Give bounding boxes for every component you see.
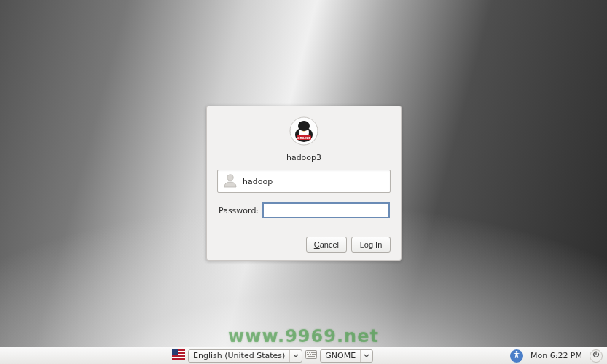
session-selector-label: GNOME xyxy=(321,351,360,360)
svg-point-23 xyxy=(516,351,518,353)
language-selector[interactable]: English (United States) xyxy=(188,349,302,363)
watermark-text: www.9969.net xyxy=(0,326,607,347)
hostname-label: hadoop3 xyxy=(217,153,391,162)
password-label: Password: xyxy=(219,206,259,215)
language-selector-label: English (United States) xyxy=(189,351,289,360)
session-selector[interactable]: GNOME xyxy=(320,349,373,363)
chevron-down-icon xyxy=(360,350,372,362)
svg-rect-21 xyxy=(312,354,316,355)
svg-rect-18 xyxy=(313,352,316,353)
cancel-button[interactable]: Cancel xyxy=(306,237,347,253)
svg-rect-19 xyxy=(307,354,309,355)
panel-tray: Mon 6:22 PM xyxy=(510,349,603,363)
power-icon xyxy=(592,351,600,360)
svg-point-8 xyxy=(227,175,233,181)
accessibility-icon xyxy=(512,350,521,361)
svg-rect-13 xyxy=(172,349,178,355)
svg-rect-20 xyxy=(310,354,311,355)
svg-rect-17 xyxy=(311,352,313,353)
selected-user-row[interactable]: hadoop xyxy=(217,170,391,193)
login-button[interactable]: Log In xyxy=(351,237,391,253)
svg-rect-22 xyxy=(308,356,315,357)
password-row: Password: xyxy=(217,203,391,218)
accessibility-button[interactable] xyxy=(510,349,523,363)
svg-rect-12 xyxy=(172,357,185,358)
password-input[interactable] xyxy=(263,203,389,218)
flag-us-icon xyxy=(172,349,185,362)
distro-logo: ORACLE xyxy=(217,116,391,149)
svg-rect-15 xyxy=(307,352,308,353)
selected-user-name: hadoop xyxy=(243,177,273,186)
clock-label: Mon 6:22 PM xyxy=(530,351,582,360)
chevron-down-icon xyxy=(289,350,302,362)
button-row: Cancel Log In xyxy=(217,237,391,253)
user-avatar-icon xyxy=(222,172,238,191)
svg-point-5 xyxy=(298,121,310,131)
svg-rect-16 xyxy=(309,352,310,353)
keyboard-icon xyxy=(305,350,317,361)
panel-left-group: English (United States) GNOME xyxy=(172,349,373,363)
svg-text:ORACLE: ORACLE xyxy=(297,136,310,140)
login-panel: ORACLE hadoop3 hadoop Password: Cancel L… xyxy=(206,106,402,261)
bottom-panel: English (United States) GNOME xyxy=(0,347,607,364)
power-button[interactable] xyxy=(590,349,603,363)
